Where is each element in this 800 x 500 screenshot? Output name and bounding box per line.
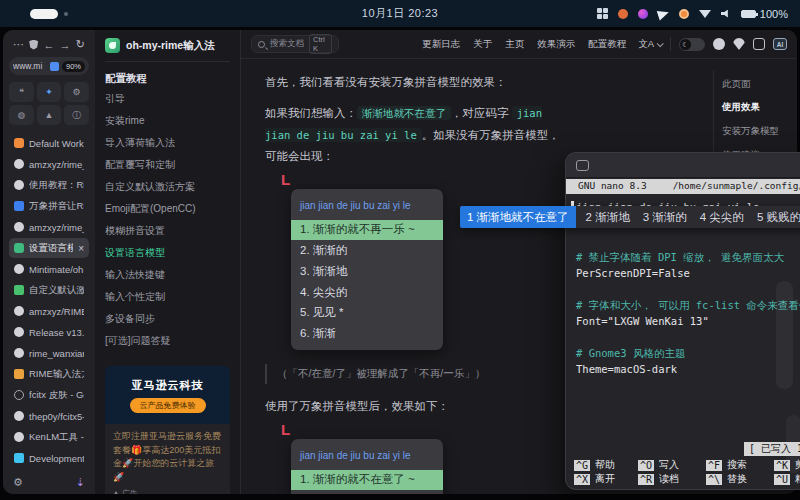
browser-tab[interactable]: RIME输入法方案 xyxy=(9,364,89,384)
settings-extension-button[interactable]: ⚙ xyxy=(64,82,89,102)
chat-extension-button[interactable]: ❝ xyxy=(9,82,34,102)
info-extension-button[interactable]: ⓘ xyxy=(64,105,89,125)
forward-icon[interactable]: → xyxy=(60,39,71,51)
article: 首先，我们看看没有安装万象拼音模型的效果： 如果我们想输入：渐渐地就不在意了，对… xyxy=(265,72,567,494)
fcitx-candidate[interactable]: 2 渐渐地 xyxy=(586,210,630,225)
divider xyxy=(670,37,671,51)
browser-tab[interactable]: fcitx 皮肤 - Goo xyxy=(9,385,89,405)
fcitx-candidate-list: 2 渐渐地 3 渐渐的 4 尖尖的 5 贱贱的 6 简简单 xyxy=(576,206,800,228)
language-selector[interactable]: 文A xyxy=(638,38,662,51)
browser-tab[interactable]: Mintimate/oh-m xyxy=(9,259,89,279)
theme-toggle[interactable]: ☾ xyxy=(679,38,705,51)
terminal-window[interactable]: nano ~/.config GNU nano 8.3 /home/sunmap… xyxy=(565,152,800,490)
browser-tab[interactable]: 万象拼音让RIME xyxy=(9,196,89,216)
browser-tab[interactable]: 使用教程：Rime xyxy=(9,175,89,195)
nav-tutorial[interactable]: 配置教程 xyxy=(588,38,626,51)
github-extension-button[interactable]: ◍ xyxy=(9,105,34,125)
workspace-selector[interactable]: Default Worksp xyxy=(9,133,89,153)
calendar-icon[interactable] xyxy=(753,38,765,50)
battery-indicator[interactable]: 100% xyxy=(741,8,788,20)
sidebar-item-default-scheme[interactable]: 自定义默认激活方案 xyxy=(105,176,230,198)
browser-tab-active[interactable]: 设置语言模型× xyxy=(9,238,89,258)
shortcut-search[interactable]: ^F搜索 xyxy=(706,458,774,472)
sidebar-item-emoji[interactable]: Emoji配置(OpenCC) xyxy=(105,198,230,220)
fcitx-candidate[interactable]: 3 渐渐的 xyxy=(643,210,687,225)
zoom-level-badge[interactable]: 90% xyxy=(62,61,85,72)
fcitx-candidate[interactable]: 5 贱贱的 xyxy=(757,210,800,225)
telegram-icon[interactable] xyxy=(657,7,671,20)
nav-about[interactable]: 关于 xyxy=(473,38,492,51)
back-icon[interactable]: ← xyxy=(43,39,54,51)
reload-icon[interactable]: ↻ xyxy=(76,38,85,51)
toc-item-install-model[interactable]: 安装万象模型 xyxy=(722,125,797,138)
browser-tab[interactable]: rime_wanxiang/ xyxy=(9,343,89,363)
sidebar-item-personalize[interactable]: 输入个性定制 xyxy=(105,286,230,308)
nav-changelog[interactable]: 更新日志 xyxy=(422,38,460,51)
github-icon xyxy=(14,159,24,169)
browser-tab[interactable]: KenLM工具 - - xyxy=(9,427,89,447)
ad-cta-button[interactable]: 云产品免费体验 xyxy=(130,398,206,413)
ai-icon[interactable]: AI xyxy=(773,38,787,50)
shortcut-readfile[interactable]: ^R读档 xyxy=(638,472,706,486)
sidebar-item-override[interactable]: 配置覆写和定制 xyxy=(105,154,230,176)
browser-tab[interactable]: Release v13.0.3 xyxy=(9,322,89,342)
toc-item-usage-effect[interactable]: 使用效果 xyxy=(722,101,797,114)
search-box[interactable]: 搜索文档 Ctrl K xyxy=(251,35,339,53)
tray-app-icon-3[interactable] xyxy=(679,9,689,19)
shortcut-replace[interactable]: ^\替换 xyxy=(706,472,774,486)
browser-tab[interactable]: Development an xyxy=(9,448,89,468)
nano-file-path: /home/sunmaple/.config/fc xyxy=(673,180,800,194)
extension-icon[interactable] xyxy=(50,62,59,71)
ime-candidate-window: jian jian de jiu bu zai yi le 1. 渐渐的就不再一… xyxy=(291,189,443,350)
shield-icon[interactable] xyxy=(29,40,38,50)
sidebar-item-fuzzy-pinyin[interactable]: 模糊拼音设置 xyxy=(105,220,230,242)
url-bar[interactable]: www.mi 90% xyxy=(9,57,89,75)
sidebar-item-guide[interactable]: 引导 xyxy=(105,88,230,110)
browser-tab[interactable]: thep0y/fcitx5-th xyxy=(9,406,89,426)
shortcut-writeout[interactable]: ^O写入 xyxy=(638,458,706,472)
tray-app-icon-1[interactable] xyxy=(618,9,628,19)
sidebar-item-language-model-active[interactable]: 设置语言模型 xyxy=(105,242,230,264)
site-header[interactable]: oh-my-rime输入法 xyxy=(105,38,230,62)
sidebar-item-sync[interactable]: 多设备同步 xyxy=(105,308,230,330)
github-icon[interactable] xyxy=(713,38,725,50)
shortcut-cut[interactable]: ^K剪切 xyxy=(774,458,800,472)
workspace-icon xyxy=(14,138,24,148)
shortcut-paste[interactable]: ^U粘贴 xyxy=(774,472,800,486)
github-icon xyxy=(14,306,24,316)
sidebar-item-install-rime[interactable]: 安装rime xyxy=(105,110,230,132)
app-grid-icon[interactable] xyxy=(597,8,608,19)
fcitx-candidate[interactable]: 4 尖尖的 xyxy=(700,210,744,225)
tray-app-icon-2[interactable] xyxy=(638,9,648,19)
browser-tab[interactable]: amzxyz/rime_wa xyxy=(9,154,89,174)
browser-tab[interactable]: amzxyz/RIME-LM xyxy=(9,301,89,321)
sidebar-item-hotkeys[interactable]: 输入法快捷键 xyxy=(105,264,230,286)
sidebar-item-faq[interactable]: [可选]问题答疑 xyxy=(105,330,230,352)
quick-actions: ❝ ✦ ⚙ ◍ ▲ ⓘ xyxy=(9,82,89,125)
browser-tab[interactable]: amzxyz/rime_wo xyxy=(9,217,89,237)
terminal-titlebar[interactable]: nano ~/.config xyxy=(566,153,800,178)
sidebar-item-import[interactable]: 导入薄荷输入法 xyxy=(105,132,230,154)
shortcut-exit[interactable]: ^X离开 xyxy=(574,472,638,486)
sparkle-extension-button[interactable]: ✦ xyxy=(37,82,62,102)
download-icon[interactable]: ⇣ xyxy=(76,476,85,489)
menu-icon[interactable]: ⋯ xyxy=(13,38,24,51)
ad-card[interactable]: 亚马逊云科技 云产品免费体验 立即注册亚马逊云服务免费套餐🎁享高达200美元抵扣… xyxy=(105,366,230,494)
gitlab-icon[interactable] xyxy=(733,38,745,50)
site-logo-icon xyxy=(105,38,120,53)
github-icon xyxy=(14,348,24,358)
settings-gear-icon[interactable]: ⚙ xyxy=(13,476,23,489)
fcitx-candidate-selected[interactable]: 1 渐渐地就不在意了 xyxy=(460,206,576,228)
browser-tab[interactable]: 自定义默认激活 xyxy=(9,280,89,300)
upload-extension-button[interactable]: ▲ xyxy=(37,105,62,125)
nav-demo[interactable]: 效果演示 xyxy=(537,38,575,51)
tab-list: Default Worksp amzxyz/rime_wa 使用教程：Rime … xyxy=(9,133,89,468)
ime-candidate-selected: 1. 渐渐的就不再一乐 ~ xyxy=(291,220,443,241)
ime-candidate: 2. 渐渐的 xyxy=(291,490,443,494)
volume-icon[interactable] xyxy=(721,10,731,18)
wifi-icon[interactable] xyxy=(699,10,711,18)
close-tab-icon[interactable]: × xyxy=(78,243,84,254)
blockquote: （「不/在意/了」被理解成了「不再/一乐」） xyxy=(265,364,567,383)
shortcut-help[interactable]: ^G帮助 xyxy=(574,458,638,472)
nav-home[interactable]: 主页 xyxy=(505,38,524,51)
